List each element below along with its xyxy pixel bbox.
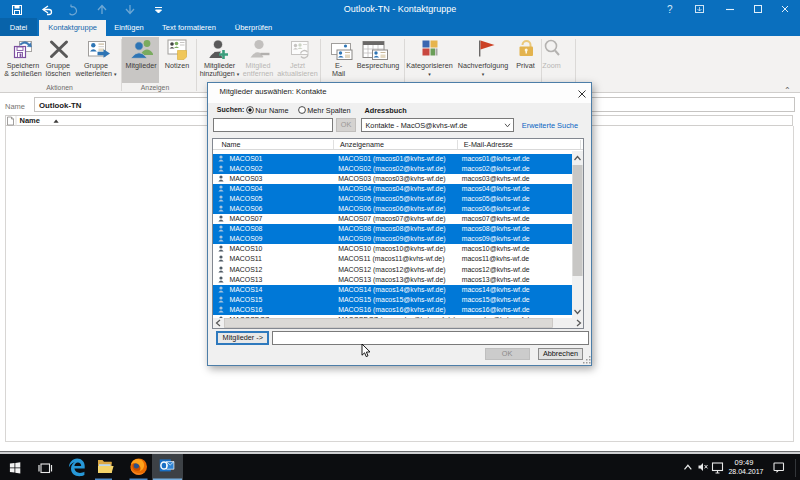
- svg-text:?: ?: [667, 4, 673, 15]
